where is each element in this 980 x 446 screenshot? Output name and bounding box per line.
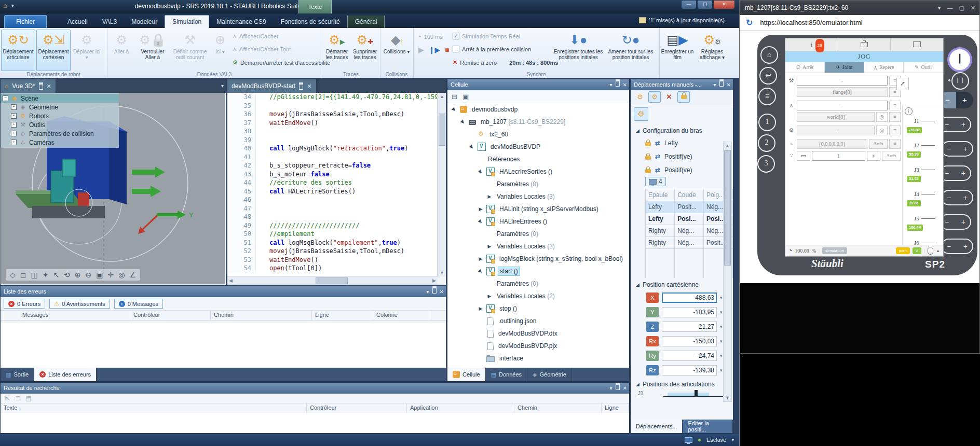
- step-plus-button[interactable]: ＋: [867, 151, 880, 161]
- cellule-tree-item[interactable]: ▶stop (): [447, 302, 629, 315]
- close-icon[interactable]: ✕: [47, 83, 51, 90]
- chevron-down-icon[interactable]: ▾: [938, 1, 941, 15]
- minus-button[interactable]: −: [947, 242, 951, 250]
- fit-view-icon[interactable]: ✦: [43, 271, 49, 279]
- jog-tab-rep-re[interactable]: YRepère: [864, 62, 904, 73]
- scene-tree-item[interactable]: +⚙Robots: [1, 112, 119, 120]
- collapse-all-icon[interactable]: ⊟: [452, 93, 457, 101]
- quick-access-toolbar[interactable]: ⌂ ▾: [3, 2, 14, 9]
- config-counter-button[interactable]: 4: [645, 177, 666, 186]
- zoom-window-icon[interactable]: ▣: [96, 271, 103, 279]
- config-header[interactable]: ◢Configuration du bras: [631, 124, 733, 136]
- cellule-tree-item[interactable]: Paramètres (0): [447, 228, 629, 240]
- target-icon[interactable]: ◎: [876, 126, 888, 135]
- pendant-home-button[interactable]: ⌂: [760, 46, 778, 64]
- realtime-checkbox[interactable]: ✓Simulation Temps Réel: [453, 33, 520, 39]
- minus-button[interactable]: −: [947, 145, 951, 153]
- code-line[interactable]: 37waitEndMove(): [227, 119, 438, 128]
- qat-customize-icon[interactable]: ▾: [11, 3, 14, 8]
- code-line[interactable]: 51call logMsgBlock("empilement",true): [227, 239, 438, 247]
- column-header[interactable]: [1, 311, 19, 320]
- plus-button[interactable]: +: [963, 145, 968, 153]
- tab-modeleur[interactable]: Modeleur: [124, 16, 165, 28]
- view3d-tab[interactable]: ⌂ Vue 3D* ✕: [1, 79, 56, 93]
- part-value[interactable]: -: [797, 126, 875, 135]
- close-icon[interactable]: ✕: [623, 79, 627, 90]
- lock-icon[interactable]: [645, 169, 651, 173]
- aller-a-button[interactable]: ⚙Aller à: [108, 30, 135, 71]
- tab-g-om-trie[interactable]: ◈Géométrie: [527, 368, 572, 381]
- cellule-tree-item[interactable]: Paramètres (0): [447, 277, 629, 290]
- collapse-icon[interactable]: ▶: [477, 218, 484, 225]
- joint-rocker-j2[interactable]: −+: [941, 141, 973, 157]
- stop-icon[interactable]: ■: [445, 46, 449, 54]
- expand-icon[interactable]: ▶: [478, 206, 483, 212]
- chevron-down-icon[interactable]: ▾: [720, 353, 723, 358]
- first-collision-checkbox[interactable]: Arrêt à la première collision: [453, 46, 531, 52]
- joint-rocker-j6[interactable]: −+: [941, 239, 973, 254]
- code-line[interactable]: 46: [227, 196, 438, 204]
- close-button[interactable]: ✕: [713, 0, 735, 9]
- cellule-tree-item[interactable]: ▶devmodbusbvdp: [447, 103, 629, 116]
- list-icon[interactable]: ≣: [15, 395, 20, 402]
- minus-button[interactable]: −: [945, 120, 949, 129]
- cartesian-row-rz[interactable]: Rz -139,38 ▾: [631, 363, 733, 378]
- ici-button[interactable]: ⊕Ici ▾: [210, 30, 230, 71]
- statusbar-mode-label[interactable]: Esclave: [706, 437, 727, 443]
- go-to-icon[interactable]: ⇱: [5, 395, 10, 402]
- column-header[interactable]: Chemin: [211, 311, 312, 320]
- axis-value[interactable]: -24,74: [662, 351, 717, 361]
- table-row[interactable]: LeftyPosit...Nég...: [646, 201, 733, 213]
- table-row[interactable]: LeftyPosi...Posi...: [646, 213, 733, 225]
- joint-slider-row[interactable]: J1: [631, 390, 733, 397]
- chevron-down-icon[interactable]: ▾: [610, 79, 612, 90]
- close-icon[interactable]: ✕: [971, 1, 975, 15]
- minus-button[interactable]: −: [945, 218, 949, 226]
- code-line[interactable]: 48: [227, 213, 438, 221]
- pan-icon[interactable]: ✛: [108, 271, 114, 279]
- delete-icon[interactable]: ✕: [663, 91, 675, 103]
- menu-icon[interactable]: ≡: [889, 112, 901, 122]
- tab-accueil[interactable]: Accueil: [60, 16, 95, 28]
- errors-body[interactable]: [1, 323, 446, 368]
- close-icon[interactable]: ✕: [440, 286, 444, 297]
- swap-icon[interactable]: ⇄: [655, 140, 660, 147]
- cartesian-row-rx[interactable]: Rx -150,03 ▾: [631, 334, 733, 349]
- url-text[interactable]: https://localhost:850/emulator.html: [760, 19, 862, 26]
- joint-rocker-j5[interactable]: −+: [939, 214, 971, 230]
- expand-icon[interactable]: +: [11, 140, 17, 145]
- zoom-out-icon[interactable]: ⊖: [86, 271, 92, 279]
- code-line[interactable]: 42b_s_stoppeur_retracte=false: [227, 161, 438, 170]
- scene-tree-item[interactable]: +∴Caméras: [1, 138, 119, 147]
- cellule-tree-item[interactable]: ▶Variables Locales (3): [447, 190, 629, 203]
- jog-tab-joint[interactable]: ✈Joint: [825, 62, 864, 73]
- measure-icon[interactable]: ∠: [130, 271, 137, 279]
- plus-button[interactable]: +: [961, 120, 965, 129]
- search-body[interactable]: [1, 413, 629, 433]
- code-line[interactable]: 36movej(jBrasBaisseSaisie,tTool,mDesc): [227, 110, 438, 119]
- code-line[interactable]: 35: [227, 102, 438, 110]
- code-line[interactable]: 39: [227, 136, 438, 145]
- pin-icon[interactable]: [616, 383, 620, 390]
- editor-hscrollbar[interactable]: ◀ ▶: [227, 276, 438, 285]
- collapse-icon[interactable]: ▶: [477, 268, 484, 275]
- chevron-down-icon[interactable]: ▾: [720, 310, 723, 315]
- speed-value[interactable]: 100.00: [795, 248, 809, 254]
- save-icon[interactable]: ▤: [25, 395, 31, 402]
- jog-tab-arr-t[interactable]: ∅Arrêt: [785, 62, 825, 73]
- pendant-key-2[interactable]: 2: [758, 134, 775, 152]
- demarrer-traces-button[interactable]: ⚙▶Démarrer les traces: [323, 30, 351, 71]
- cellule-tree-item[interactable]: tx2_60: [447, 128, 629, 141]
- column-header[interactable]: Chemin: [514, 403, 602, 413]
- center-view-icon[interactable]: ◎: [118, 271, 125, 279]
- joint-rocker-j4[interactable]: −+: [941, 190, 973, 205]
- scene-tree-item[interactable]: +◇Paramètres de collision: [1, 129, 119, 138]
- iso-view-icon[interactable]: ◇: [10, 271, 16, 279]
- step-row[interactable]: ∵ ▭ 1 ＋ Arrêt: [787, 151, 901, 161]
- menu-icon[interactable]: ≡: [889, 139, 901, 149]
- definir-outil-courant-button[interactable]: ⚒Définir comme outil courant: [170, 30, 210, 71]
- scene-tree-item[interactable]: +⚒Outils: [1, 120, 119, 129]
- lock-icon[interactable]: [677, 91, 690, 103]
- column-header[interactable]: Contrôleur: [130, 311, 211, 320]
- coords-row[interactable]: ⌁ {0,0,0,0,0,0} Arrêt ≡: [787, 139, 901, 149]
